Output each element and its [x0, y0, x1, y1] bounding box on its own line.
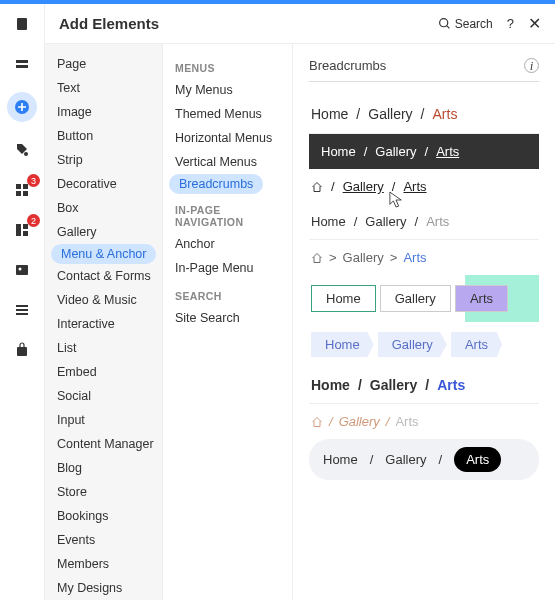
subcategory-item[interactable]: Breadcrumbs: [169, 174, 263, 194]
crumb-home: Home: [311, 214, 346, 229]
svg-rect-10: [23, 224, 28, 229]
category-item[interactable]: Bookings: [45, 504, 162, 528]
breadcrumb-style-6[interactable]: Home Gallery Arts: [309, 275, 539, 322]
svg-point-13: [19, 268, 22, 271]
crumb-gallery: Gallery: [343, 250, 384, 265]
svg-rect-2: [16, 65, 28, 68]
crumb-gallery: Gallery: [343, 179, 384, 194]
breadcrumb-style-8[interactable]: Home/Gallery/Arts: [309, 367, 539, 404]
category-item[interactable]: Events: [45, 528, 162, 552]
svg-rect-17: [17, 347, 27, 356]
search-icon: [438, 17, 451, 30]
crumb-gallery: Gallery: [385, 452, 426, 467]
subcategory-item[interactable]: My Menus: [163, 78, 292, 102]
svg-rect-11: [23, 231, 28, 236]
info-icon[interactable]: i: [524, 58, 539, 73]
separator: /: [323, 414, 339, 429]
crumb-gallery: Gallery: [378, 332, 447, 357]
separator: /: [348, 106, 368, 122]
separator: /: [323, 179, 343, 194]
rail-apps-icon[interactable]: 3: [10, 178, 34, 202]
category-item[interactable]: Menu & Anchor: [51, 244, 156, 264]
crumb-arts: Arts: [436, 144, 459, 159]
crumb-arts: Arts: [454, 447, 501, 472]
category-item[interactable]: Store: [45, 480, 162, 504]
subcategory-item[interactable]: Horizontal Menus: [163, 126, 292, 150]
category-item[interactable]: Input: [45, 408, 162, 432]
rail-store-icon[interactable]: [10, 338, 34, 362]
subcategory-column: MENUSMy MenusThemed MenusHorizontal Menu…: [163, 44, 293, 600]
separator: /: [413, 106, 433, 122]
category-item[interactable]: Button: [45, 124, 162, 148]
category-item[interactable]: Interactive: [45, 312, 162, 336]
category-item[interactable]: Blog: [45, 456, 162, 480]
subcategory-item[interactable]: Anchor: [163, 232, 292, 256]
preview-header: Breadcrumbs i: [309, 58, 539, 82]
help-button[interactable]: ?: [507, 16, 514, 31]
svg-line-19: [447, 26, 449, 28]
svg-rect-0: [17, 18, 27, 30]
subcategory-item[interactable]: In-Page Menu: [163, 256, 292, 280]
crumb-arts: Arts: [455, 285, 508, 312]
breadcrumb-style-2[interactable]: Home/Gallery/Arts: [309, 134, 539, 169]
header-actions: Search ? ✕: [438, 14, 541, 33]
subcategory-item[interactable]: Themed Menus: [163, 102, 292, 126]
rail-paint-icon[interactable]: [10, 138, 34, 162]
rail-sections-icon[interactable]: 2: [10, 218, 34, 242]
home-icon: [311, 416, 323, 428]
category-item[interactable]: Members: [45, 552, 162, 576]
category-item[interactable]: Strip: [45, 148, 162, 172]
svg-rect-14: [16, 305, 28, 307]
badge-count: 2: [27, 214, 40, 227]
svg-rect-15: [16, 309, 28, 311]
crumb-arts: Arts: [433, 106, 458, 122]
category-item[interactable]: Image: [45, 100, 162, 124]
breadcrumb-style-9[interactable]: /Gallery/Arts: [309, 404, 539, 439]
rail-add-icon[interactable]: [7, 92, 37, 122]
separator: /: [370, 452, 374, 467]
main-layout: 3 2 Add Elements Search ? ✕ PageTextImag…: [0, 4, 555, 600]
category-item[interactable]: Text: [45, 76, 162, 100]
crumb-arts: Arts: [403, 250, 426, 265]
breadcrumb-style-4[interactable]: Home/Gallery/Arts: [309, 204, 539, 240]
breadcrumb-style-7[interactable]: Home Gallery Arts: [309, 322, 539, 367]
rail-page-icon[interactable]: [10, 12, 34, 36]
category-item[interactable]: Video & Music: [45, 288, 162, 312]
rail-menu-icon[interactable]: [10, 298, 34, 322]
category-item[interactable]: Content Manager: [45, 432, 162, 456]
separator: /: [417, 144, 437, 159]
crumb-arts: Arts: [437, 377, 465, 393]
category-item[interactable]: Decorative: [45, 172, 162, 196]
svg-rect-16: [16, 313, 28, 315]
subcategory-item[interactable]: Vertical Menus: [163, 150, 292, 174]
breadcrumb-style-5[interactable]: >Gallery>Arts: [309, 240, 539, 275]
crumb-home: Home: [321, 144, 356, 159]
category-item[interactable]: Page: [45, 52, 162, 76]
category-item[interactable]: Box: [45, 196, 162, 220]
rail-layers-icon[interactable]: [10, 52, 34, 76]
category-item[interactable]: Contact & Forms: [45, 264, 162, 288]
breadcrumb-style-3[interactable]: /Gallery/Arts: [309, 169, 539, 204]
category-item[interactable]: My Designs: [45, 576, 162, 600]
close-button[interactable]: ✕: [528, 14, 541, 33]
subcategory-item[interactable]: Site Search: [163, 306, 292, 330]
category-item[interactable]: Embed: [45, 360, 162, 384]
breadcrumb-style-1[interactable]: Home/Gallery/Arts: [309, 96, 539, 134]
breadcrumb-style-10[interactable]: Home/Gallery/Arts: [309, 439, 539, 480]
subcategory-heading: MENUS: [163, 52, 292, 78]
search-label: Search: [455, 17, 493, 31]
subcategory-heading: IN-PAGE NAVIGATION: [163, 194, 292, 232]
crumb-arts: Arts: [395, 414, 418, 429]
crumb-gallery: Gallery: [339, 414, 380, 429]
rail-media-icon[interactable]: [10, 258, 34, 282]
category-item[interactable]: List: [45, 336, 162, 360]
separator: >: [384, 250, 404, 265]
crumb-arts: Arts: [426, 214, 449, 229]
home-icon: [311, 181, 323, 193]
search-button[interactable]: Search: [438, 17, 493, 31]
svg-point-18: [439, 19, 447, 27]
category-item[interactable]: Social: [45, 384, 162, 408]
crumb-gallery: Gallery: [370, 377, 417, 393]
category-item[interactable]: Gallery: [45, 220, 162, 244]
subcategory-heading: SEARCH: [163, 280, 292, 306]
